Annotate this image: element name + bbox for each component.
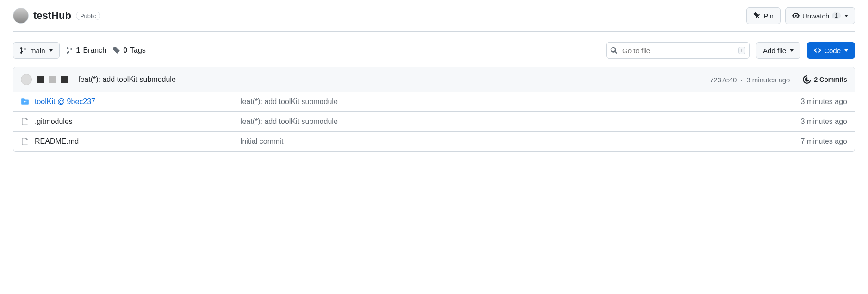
file-commit-message[interactable]: feat(*): add toolKit submodule [240,98,338,105]
eye-icon [792,12,800,19]
add-file-label: Add file [763,47,786,55]
visibility-badge: Public [76,12,100,20]
file-row: README.mdInitial commit7 minutes ago [13,132,855,151]
file-row: .gitmodulesfeat(*): add toolKit submodul… [13,112,855,132]
file-commit-message[interactable]: Initial commit [240,137,283,145]
history-icon [803,75,811,84]
pin-icon [753,12,761,19]
file-icon [21,117,29,126]
commits-link[interactable]: 2 Commits [803,75,847,84]
file-name-link[interactable]: toolKit @ 9bec237 [35,98,95,106]
chevron-down-icon [844,49,848,52]
unwatch-label: Unwatch [802,12,829,20]
redacted-block [61,76,68,83]
tags-label: Tags [130,46,146,55]
submodule-icon [21,98,29,106]
file-commit-time: 3 minutes ago [800,117,847,125]
owner-avatar[interactable] [13,8,29,24]
search-icon [610,47,618,54]
tag-icon [113,47,120,54]
latest-commit-row: feat(*): add toolKit submodule 7237e40 ·… [13,67,855,92]
add-file-button[interactable]: Add file [756,42,800,59]
tags-count: 0 [123,46,127,55]
file-commit-time: 7 minutes ago [800,137,847,145]
file-search[interactable]: t [606,42,750,59]
pin-label: Pin [763,12,774,20]
commit-author-avatar[interactable] [21,74,32,85]
branch-name: main [30,47,45,55]
branch-icon [20,47,27,54]
latest-commit-message[interactable]: feat(*): add toolKit submodule [78,75,176,84]
repo-toolbar: main 1 Branch 0 Tags t Add file Code [13,42,855,59]
file-commit-time: 3 minutes ago [800,98,847,105]
file-search-input[interactable] [621,46,735,55]
repo-name[interactable]: testHub [33,10,71,22]
branches-link[interactable]: 1 Branch [66,46,107,55]
branches-count: 1 [76,46,81,55]
file-row: toolKit @ 9bec237feat(*): add toolKit su… [13,92,855,112]
file-commit-message[interactable]: feat(*): add toolKit submodule [240,117,338,125]
redacted-block [37,76,44,83]
file-name-link[interactable]: .gitmodules [35,117,73,126]
pin-button[interactable]: Pin [746,7,781,24]
watch-count: 1 [832,12,841,19]
file-listing: feat(*): add toolKit submodule 7237e40 ·… [13,67,855,152]
commits-count: 2 Commits [814,76,847,83]
unwatch-button[interactable]: Unwatch 1 [785,7,855,24]
file-icon [21,137,29,146]
chevron-down-icon [844,15,848,17]
latest-commit-time: 3 minutes ago [746,76,790,84]
branch-select-button[interactable]: main [13,42,60,59]
branches-label: Branch [83,46,106,55]
search-kbd: t [738,47,745,54]
chevron-down-icon [790,49,794,52]
code-label: Code [824,47,841,55]
redacted-block [49,76,56,83]
code-button[interactable]: Code [807,42,855,59]
chevron-down-icon [49,49,53,52]
tags-link[interactable]: 0 Tags [113,46,146,55]
branch-icon [66,47,74,54]
file-name-link[interactable]: README.md [35,137,79,146]
latest-commit-sha[interactable]: 7237e40 [710,76,737,84]
repo-header: testHub Public Pin Unwatch 1 [13,7,855,32]
code-icon [814,47,821,54]
